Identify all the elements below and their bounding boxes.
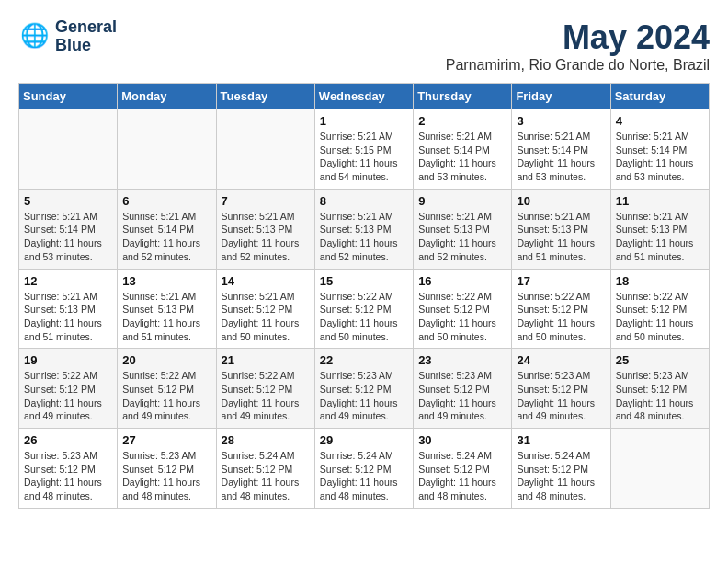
day-number: 14 — [222, 274, 310, 288]
day-number: 17 — [517, 274, 605, 288]
title-block: May 2024 Parnamirim, Rio Grande do Norte… — [446, 18, 710, 74]
calendar-cell: 25Sunrise: 5:23 AM Sunset: 5:12 PM Dayli… — [610, 349, 709, 429]
day-number: 18 — [616, 274, 704, 288]
day-info: Sunrise: 5:21 AM Sunset: 5:14 PM Dayligh… — [616, 130, 704, 184]
calendar-cell: 11Sunrise: 5:21 AM Sunset: 5:13 PM Dayli… — [610, 189, 709, 269]
day-number: 10 — [517, 194, 605, 208]
day-info: Sunrise: 5:24 AM Sunset: 5:12 PM Dayligh… — [320, 449, 408, 503]
logo-icon: 🌐 — [18, 20, 51, 53]
day-number: 28 — [222, 433, 310, 447]
day-number: 2 — [418, 114, 506, 128]
calendar-cell: 4Sunrise: 5:21 AM Sunset: 5:14 PM Daylig… — [610, 109, 709, 190]
calendar-cell: 17Sunrise: 5:22 AM Sunset: 5:12 PM Dayli… — [512, 269, 610, 349]
calendar-cell: 22Sunrise: 5:23 AM Sunset: 5:12 PM Dayli… — [314, 349, 413, 429]
month-title: May 2024 — [446, 18, 710, 57]
day-info: Sunrise: 5:21 AM Sunset: 5:14 PM Dayligh… — [517, 130, 605, 184]
day-number: 19 — [24, 353, 112, 367]
day-number: 23 — [418, 353, 506, 367]
day-info: Sunrise: 5:23 AM Sunset: 5:12 PM Dayligh… — [122, 449, 210, 503]
logo-text: General Blue — [55, 18, 117, 55]
day-number: 21 — [222, 353, 310, 367]
day-info: Sunrise: 5:22 AM Sunset: 5:12 PM Dayligh… — [320, 290, 408, 344]
day-number: 9 — [418, 194, 506, 208]
weekday-header-saturday: Saturday — [610, 84, 709, 109]
day-info: Sunrise: 5:21 AM Sunset: 5:12 PM Dayligh… — [222, 290, 310, 344]
calendar-cell — [118, 109, 216, 190]
day-number: 3 — [517, 114, 605, 128]
calendar-body: 1Sunrise: 5:21 AM Sunset: 5:15 PM Daylig… — [19, 109, 710, 509]
day-number: 8 — [320, 194, 408, 208]
day-info: Sunrise: 5:23 AM Sunset: 5:12 PM Dayligh… — [24, 449, 112, 503]
calendar-week-1: 1Sunrise: 5:21 AM Sunset: 5:15 PM Daylig… — [19, 109, 710, 190]
day-number: 25 — [616, 353, 704, 367]
day-info: Sunrise: 5:21 AM Sunset: 5:13 PM Dayligh… — [418, 210, 506, 264]
day-info: Sunrise: 5:23 AM Sunset: 5:12 PM Dayligh… — [320, 369, 408, 423]
calendar-cell: 31Sunrise: 5:24 AM Sunset: 5:12 PM Dayli… — [512, 429, 610, 509]
day-number: 12 — [24, 274, 112, 288]
page-header: 🌐 General Blue May 2024 Parnamirim, Rio … — [18, 18, 710, 74]
day-info: Sunrise: 5:22 AM Sunset: 5:12 PM Dayligh… — [616, 290, 704, 344]
day-info: Sunrise: 5:22 AM Sunset: 5:12 PM Dayligh… — [24, 369, 112, 423]
day-number: 5 — [24, 194, 112, 208]
day-number: 24 — [517, 353, 605, 367]
day-info: Sunrise: 5:21 AM Sunset: 5:13 PM Dayligh… — [517, 210, 605, 264]
day-info: Sunrise: 5:22 AM Sunset: 5:12 PM Dayligh… — [418, 290, 506, 344]
day-info: Sunrise: 5:21 AM Sunset: 5:13 PM Dayligh… — [24, 290, 112, 344]
day-number: 11 — [616, 194, 704, 208]
calendar-week-3: 12Sunrise: 5:21 AM Sunset: 5:13 PM Dayli… — [19, 269, 710, 349]
day-info: Sunrise: 5:24 AM Sunset: 5:12 PM Dayligh… — [517, 449, 605, 503]
calendar-cell: 12Sunrise: 5:21 AM Sunset: 5:13 PM Dayli… — [19, 269, 118, 349]
day-number: 20 — [122, 353, 210, 367]
day-info: Sunrise: 5:21 AM Sunset: 5:15 PM Dayligh… — [320, 130, 408, 184]
day-info: Sunrise: 5:21 AM Sunset: 5:13 PM Dayligh… — [320, 210, 408, 264]
logo: 🌐 General Blue — [18, 18, 117, 55]
day-info: Sunrise: 5:24 AM Sunset: 5:12 PM Dayligh… — [222, 449, 310, 503]
day-number: 30 — [418, 433, 506, 447]
svg-text:🌐: 🌐 — [20, 21, 50, 50]
calendar-cell: 10Sunrise: 5:21 AM Sunset: 5:13 PM Dayli… — [512, 189, 610, 269]
day-number: 16 — [418, 274, 506, 288]
day-info: Sunrise: 5:21 AM Sunset: 5:13 PM Dayligh… — [222, 210, 310, 264]
day-number: 26 — [24, 433, 112, 447]
day-info: Sunrise: 5:22 AM Sunset: 5:12 PM Dayligh… — [122, 369, 210, 423]
calendar-table: SundayMondayTuesdayWednesdayThursdayFrid… — [18, 83, 710, 509]
day-number: 1 — [320, 114, 408, 128]
day-info: Sunrise: 5:22 AM Sunset: 5:12 PM Dayligh… — [517, 290, 605, 344]
day-info: Sunrise: 5:23 AM Sunset: 5:12 PM Dayligh… — [418, 369, 506, 423]
day-number: 15 — [320, 274, 408, 288]
calendar-cell: 7Sunrise: 5:21 AM Sunset: 5:13 PM Daylig… — [216, 189, 314, 269]
calendar-cell: 15Sunrise: 5:22 AM Sunset: 5:12 PM Dayli… — [314, 269, 413, 349]
calendar-week-4: 19Sunrise: 5:22 AM Sunset: 5:12 PM Dayli… — [19, 349, 710, 429]
calendar-cell: 13Sunrise: 5:21 AM Sunset: 5:13 PM Dayli… — [118, 269, 216, 349]
day-number: 22 — [320, 353, 408, 367]
calendar-cell: 28Sunrise: 5:24 AM Sunset: 5:12 PM Dayli… — [216, 429, 314, 509]
day-number: 31 — [517, 433, 605, 447]
day-info: Sunrise: 5:23 AM Sunset: 5:12 PM Dayligh… — [517, 369, 605, 423]
weekday-header-friday: Friday — [512, 84, 610, 109]
calendar-cell: 8Sunrise: 5:21 AM Sunset: 5:13 PM Daylig… — [314, 189, 413, 269]
calendar-cell: 1Sunrise: 5:21 AM Sunset: 5:15 PM Daylig… — [314, 109, 413, 190]
calendar-cell: 27Sunrise: 5:23 AM Sunset: 5:12 PM Dayli… — [118, 429, 216, 509]
calendar-cell — [610, 429, 709, 509]
weekday-header-thursday: Thursday — [414, 84, 512, 109]
calendar-cell: 16Sunrise: 5:22 AM Sunset: 5:12 PM Dayli… — [414, 269, 512, 349]
calendar-cell: 6Sunrise: 5:21 AM Sunset: 5:14 PM Daylig… — [118, 189, 216, 269]
calendar-cell: 19Sunrise: 5:22 AM Sunset: 5:12 PM Dayli… — [19, 349, 118, 429]
calendar-cell: 3Sunrise: 5:21 AM Sunset: 5:14 PM Daylig… — [512, 109, 610, 190]
day-info: Sunrise: 5:21 AM Sunset: 5:13 PM Dayligh… — [122, 290, 210, 344]
calendar-cell: 26Sunrise: 5:23 AM Sunset: 5:12 PM Dayli… — [19, 429, 118, 509]
weekday-header-tuesday: Tuesday — [216, 84, 314, 109]
weekday-header-monday: Monday — [118, 84, 216, 109]
day-info: Sunrise: 5:22 AM Sunset: 5:12 PM Dayligh… — [222, 369, 310, 423]
weekday-header-row: SundayMondayTuesdayWednesdayThursdayFrid… — [19, 84, 710, 109]
day-number: 7 — [222, 194, 310, 208]
day-info: Sunrise: 5:21 AM Sunset: 5:14 PM Dayligh… — [122, 210, 210, 264]
day-info: Sunrise: 5:21 AM Sunset: 5:14 PM Dayligh… — [418, 130, 506, 184]
calendar-cell: 24Sunrise: 5:23 AM Sunset: 5:12 PM Dayli… — [512, 349, 610, 429]
calendar-cell: 23Sunrise: 5:23 AM Sunset: 5:12 PM Dayli… — [414, 349, 512, 429]
calendar-cell: 30Sunrise: 5:24 AM Sunset: 5:12 PM Dayli… — [414, 429, 512, 509]
calendar-cell: 20Sunrise: 5:22 AM Sunset: 5:12 PM Dayli… — [118, 349, 216, 429]
calendar-cell — [19, 109, 118, 190]
day-info: Sunrise: 5:23 AM Sunset: 5:12 PM Dayligh… — [616, 369, 704, 423]
weekday-header-sunday: Sunday — [19, 84, 118, 109]
